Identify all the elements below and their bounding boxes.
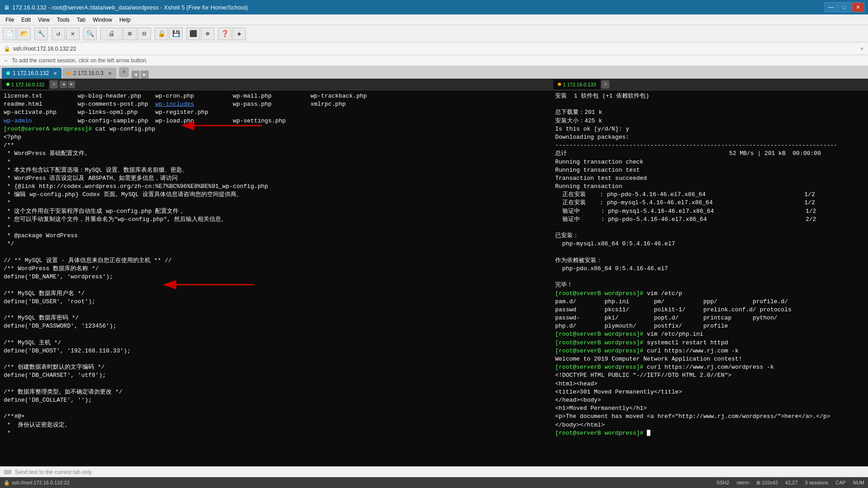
right-terminal[interactable]: 安装 1 软件包 (+1 依赖软件包) 总下载量：201 k 安装大小：425 … — [552, 90, 868, 466]
menu-view[interactable]: View — [34, 16, 53, 24]
tab1-close[interactable]: ✕ — [53, 71, 57, 76]
arrow-icon: ← — [4, 57, 9, 64]
status-sessions: 3 sessions — [805, 480, 828, 485]
status-ssh: SSH2 — [716, 480, 729, 485]
status-cap: CAP — [835, 480, 846, 485]
app-icon: 🖥 — [4, 4, 9, 11]
lock-icon: 🔒 — [4, 46, 10, 52]
title-bar-controls[interactable]: — □ ✕ — [825, 2, 864, 12]
left-pane-tab-bar: 1 172.16.0.132 + ◀ ▶ — [0, 79, 552, 90]
left-pane-add-tab[interactable]: + — [50, 80, 58, 89]
input-bar[interactable]: ⌨ Send text to the current tab only — [0, 466, 868, 477]
address-bar: 🔒 ssh://root:172.16.0.132:22 ▼ — [0, 42, 868, 55]
new-tab-button[interactable]: + — [119, 67, 129, 77]
tab2-close[interactable]: ✕ — [108, 71, 112, 76]
status-num: NUM — [853, 480, 864, 485]
security-button[interactable]: 🔒 — [155, 28, 168, 40]
refresh-button[interactable]: ↺ — [52, 28, 65, 40]
status-position: 42,27 — [785, 480, 798, 485]
menu-help[interactable]: Help — [116, 16, 134, 24]
status-xterm: xterm — [736, 480, 749, 485]
menu-tab[interactable]: Tab — [73, 16, 89, 24]
right-pane-tab-bar: 1 172.16.0.133 + — [552, 79, 868, 90]
right-tab-dot — [558, 83, 561, 86]
title-bar: 🖥 172.16.0.132 - root@serverA:/data/web_… — [0, 0, 868, 14]
tab-nav-right[interactable]: ▶ — [141, 70, 149, 79]
layout-button[interactable]: ⊞ — [123, 28, 137, 40]
maximize-button[interactable]: □ — [838, 2, 851, 12]
right-tab-label: 1 172.16.0.133 — [563, 82, 596, 87]
zoom-button[interactable]: 🔍 — [83, 28, 97, 40]
right-pane-tab-1[interactable]: 1 172.16.0.133 — [553, 80, 600, 89]
session-manager-button[interactable]: ⊕ — [201, 28, 214, 40]
help-button[interactable]: ❓ — [218, 28, 231, 40]
left-pane-nav: ◀ ▶ — [60, 81, 75, 88]
open-button[interactable]: 📂 — [17, 28, 31, 40]
menu-edit[interactable]: Edit — [18, 16, 34, 24]
split-button[interactable]: ⊟ — [137, 28, 151, 40]
tab1-dot — [6, 71, 10, 75]
right-pane-add-tab[interactable]: + — [601, 80, 609, 89]
menu-window[interactable]: Window — [89, 16, 116, 24]
right-terminal-content: 安装 1 软件包 (+1 依赖软件包) 总下载量：201 k 安装大小：425 … — [555, 92, 864, 437]
tab-session-2[interactable]: 2 172.16.0.3 ✕ — [62, 68, 116, 79]
close-button[interactable]: ✕ — [852, 2, 864, 12]
input-placeholder: Send text to the current tab only — [15, 469, 92, 475]
right-pane-wrapper: 1 172.16.0.133 + 安装 1 软件包 (+1 依赖软件包) 总下载… — [552, 79, 868, 466]
main-tab-bar: 1 172.16.0.132 ✕ 2 172.16.0.3 ✕ + ◀ ▶ — [0, 66, 868, 79]
left-pane-tab-1[interactable]: 1 172.16.0.132 — [2, 80, 49, 89]
scroll-button[interactable]: ⬛ — [186, 28, 200, 40]
new-session-button[interactable]: 📄 — [3, 28, 16, 40]
extra-button[interactable]: ◈ — [232, 28, 246, 40]
status-size: ⊞ 102x42 — [756, 480, 778, 486]
main-content: 1 172.16.0.132 + ◀ ▶ license.txt wp-blog… — [0, 79, 868, 466]
lock-status-icon: 🔒 — [4, 480, 10, 486]
status-left: 🔒 ssh://root:172.16.0.132:22 — [4, 480, 70, 486]
status-bar: 🔒 ssh://root:172.16.0.132:22 SSH2 xterm … — [0, 477, 868, 488]
menu-file[interactable]: File — [2, 16, 18, 24]
menu-tools[interactable]: Tools — [53, 16, 73, 24]
print-button[interactable]: 🖨 — [100, 28, 122, 40]
properties-button[interactable]: 🔧 — [34, 28, 48, 40]
status-right: SSH2 xterm ⊞ 102x42 42,27 3 sessions CAP… — [716, 480, 864, 486]
toolbar: 📄 📂 🔧 ↺ ✕ 🔍 🖨 ⊞ ⊟ 🔒 💾 ⬛ ⊕ ❓ ◈ — [0, 25, 868, 42]
tab2-dot — [67, 71, 71, 75]
stop-button[interactable]: ✕ — [66, 28, 80, 40]
tab1-label: 1 172.16.0.132 — [13, 70, 49, 76]
minimize-button[interactable]: — — [825, 2, 837, 12]
left-pane-nav-right[interactable]: ▶ — [68, 81, 75, 88]
window-title: 172.16.0.132 - root@serverA:/data/web_da… — [12, 4, 248, 11]
menu-bar: File Edit View Tools Tab Window Help — [0, 14, 868, 25]
left-pane-nav-left[interactable]: ◀ — [60, 81, 67, 88]
left-tab-dot — [6, 83, 9, 86]
status-address: ssh://root:172.16.0.132:22 — [12, 480, 70, 485]
send-text-icon: ⌨ — [4, 469, 11, 475]
tab-session-1[interactable]: 1 172.16.0.132 ✕ — [2, 68, 61, 79]
tab-nav: ◀ ▶ — [132, 70, 149, 79]
expand-icon[interactable]: ▼ — [859, 46, 864, 52]
info-text: To add the current session, click on the… — [12, 57, 147, 64]
left-tab-label: 1 172.16.0.132 — [11, 82, 44, 87]
transfer-button[interactable]: 💾 — [169, 28, 183, 40]
title-bar-left: 🖥 172.16.0.132 - root@serverA:/data/web_… — [4, 4, 248, 11]
left-terminal[interactable]: license.txt wp-blog-header.php wp-cron.p… — [0, 90, 552, 466]
ssh-address: ssh://root:172.16.0.132:22 — [13, 46, 76, 52]
left-terminal-content: license.txt wp-blog-header.php wp-cron.p… — [4, 92, 548, 437]
tab2-label: 2 172.16.0.3 — [73, 70, 104, 76]
tab-nav-left[interactable]: ◀ — [132, 70, 140, 79]
left-pane-wrapper: 1 172.16.0.132 + ◀ ▶ license.txt wp-blog… — [0, 79, 552, 466]
info-bar: ← To add the current session, click on t… — [0, 55, 868, 66]
